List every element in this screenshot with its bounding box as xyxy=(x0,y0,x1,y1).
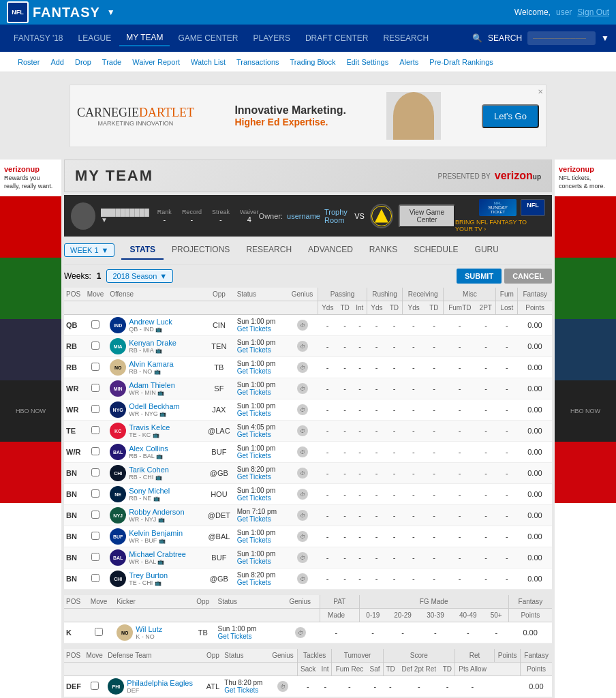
genius-icon[interactable]: ⏱ xyxy=(297,573,308,584)
def-genius[interactable]: ⏱ xyxy=(268,676,297,697)
def-tickets[interactable]: Get Tickets xyxy=(224,686,266,694)
title-dropdown-icon[interactable]: ▼ xyxy=(107,7,115,17)
player-checkbox[interactable] xyxy=(91,384,99,392)
status-tickets[interactable]: Get Tickets xyxy=(237,579,285,586)
subnav-drop[interactable]: Drop xyxy=(71,55,95,69)
player-checkbox[interactable] xyxy=(91,320,99,329)
player-checkbox[interactable] xyxy=(91,511,99,519)
genius-icon[interactable]: ⏱ xyxy=(297,320,308,331)
right-ad-img4[interactable]: HBO NOW xyxy=(555,380,616,442)
right-ad-img3[interactable] xyxy=(555,319,616,380)
season-selector[interactable]: 2018 Season ▼ xyxy=(106,269,173,283)
subnav-add[interactable]: Add xyxy=(46,55,68,69)
tab-schedule[interactable]: SCHEDULE xyxy=(405,241,466,260)
subnav-trading-block[interactable]: Trading Block xyxy=(286,55,340,69)
player-name[interactable]: Kelvin Benjamin xyxy=(129,529,183,537)
player-genius[interactable]: ⏱ xyxy=(287,315,318,336)
kicker-genius[interactable]: ⏱ xyxy=(281,622,320,643)
player-checkbox[interactable] xyxy=(91,468,99,476)
player-checkbox[interactable] xyxy=(91,342,99,350)
player-checkbox[interactable] xyxy=(91,363,99,371)
player-name[interactable]: Alvin Kamara xyxy=(129,360,173,368)
subnav-waiver[interactable]: Waiver Report xyxy=(128,55,184,69)
sign-out-link[interactable]: Sign Out xyxy=(577,7,609,17)
genius-icon[interactable]: ⏱ xyxy=(297,531,308,542)
player-name[interactable]: Tarik Cohen xyxy=(129,466,169,474)
subnav-predraft[interactable]: Pre-Draft Rankings xyxy=(425,55,497,69)
player-name[interactable]: Robby Anderson xyxy=(129,508,184,516)
player-name[interactable]: Travis Kelce xyxy=(129,423,170,431)
player-genius[interactable]: ⏱ xyxy=(287,421,318,442)
left-ad-img1[interactable] xyxy=(0,196,61,258)
player-genius[interactable]: ⏱ xyxy=(287,336,318,357)
status-tickets[interactable]: Get Tickets xyxy=(237,367,285,375)
genius-icon[interactable]: ⏱ xyxy=(297,489,308,500)
player-checkbox[interactable] xyxy=(91,532,99,540)
player-genius[interactable]: ⏱ xyxy=(287,463,318,484)
status-tickets[interactable]: Get Tickets xyxy=(237,473,285,481)
week-selector[interactable]: WEEK 1 ▼ xyxy=(64,243,114,257)
left-ad-img5[interactable] xyxy=(0,442,61,503)
player-name[interactable]: Sony Michel xyxy=(129,487,170,495)
player-checkbox[interactable] xyxy=(91,447,99,455)
status-tickets[interactable]: Get Tickets xyxy=(237,410,285,417)
left-ad-img4[interactable]: HBO NOW xyxy=(0,380,61,442)
player-name[interactable]: Kenyan Drake xyxy=(129,339,176,347)
subnav-trade[interactable]: Trade xyxy=(98,55,125,69)
tab-ranks[interactable]: RANKS xyxy=(361,241,405,260)
status-tickets[interactable]: Get Tickets xyxy=(237,325,285,333)
kicker-checkbox[interactable] xyxy=(95,628,103,636)
top-cancel-button[interactable]: CANCEL xyxy=(504,269,552,284)
right-ad-img2[interactable] xyxy=(555,258,616,319)
genius-icon[interactable]: ⏱ xyxy=(297,341,308,352)
tab-research[interactable]: RESEARCH xyxy=(238,241,300,260)
player-genius[interactable]: ⏱ xyxy=(287,526,318,547)
player-genius[interactable]: ⏱ xyxy=(287,357,318,378)
nav-draftcenter[interactable]: DRAFT CENTER xyxy=(298,31,375,46)
subnav-alerts[interactable]: Alerts xyxy=(395,55,422,69)
search-label[interactable]: SEARCH xyxy=(488,33,522,43)
nav-research[interactable]: RESEARCH xyxy=(376,31,435,46)
genius-icon[interactable]: ⏱ xyxy=(297,468,308,479)
player-checkbox[interactable] xyxy=(91,426,99,434)
tab-stats[interactable]: STATS xyxy=(121,241,164,260)
status-tickets[interactable]: Get Tickets xyxy=(237,494,285,502)
player-name[interactable]: Adam Thielen xyxy=(129,381,175,389)
player-genius[interactable]: ⏱ xyxy=(287,484,318,505)
view-game-button[interactable]: View Game Center xyxy=(399,204,455,228)
top-submit-button[interactable]: SUBMIT xyxy=(457,269,502,284)
search-input[interactable] xyxy=(527,31,596,45)
genius-icon[interactable]: ⏱ xyxy=(297,510,308,521)
player-genius[interactable]: ⏱ xyxy=(287,547,318,568)
status-tickets[interactable]: Get Tickets xyxy=(237,515,285,523)
subnav-edit-settings[interactable]: Edit Settings xyxy=(342,55,392,69)
status-tickets[interactable]: Get Tickets xyxy=(237,536,285,544)
status-tickets[interactable]: Get Tickets xyxy=(237,346,285,354)
player-genius[interactable]: ⏱ xyxy=(287,399,318,421)
right-ad-img1[interactable] xyxy=(555,196,616,258)
right-ad-img5[interactable] xyxy=(555,442,616,503)
genius-icon[interactable]: ⏱ xyxy=(297,383,308,394)
tab-advanced[interactable]: ADVANCED xyxy=(300,241,361,260)
genius-icon[interactable]: ⏱ xyxy=(297,362,308,373)
player-name[interactable]: Trey Burton xyxy=(129,571,168,579)
player-genius[interactable]: ⏱ xyxy=(287,442,318,463)
nav-myteam[interactable]: MY TEAM xyxy=(119,30,170,46)
player-checkbox[interactable] xyxy=(91,553,99,561)
ad-close-icon[interactable]: ✕ xyxy=(538,88,543,95)
ad-cta-button[interactable]: Let's Go xyxy=(482,104,539,128)
trophy-room-link[interactable]: Trophy Room xyxy=(324,208,354,224)
kicker-genius-icon[interactable]: ⏱ xyxy=(295,627,306,638)
nav-league[interactable]: LEAGUE xyxy=(72,31,119,46)
genius-icon[interactable]: ⏱ xyxy=(297,446,308,457)
player-checkbox[interactable] xyxy=(91,405,99,413)
player-name[interactable]: Alex Collins xyxy=(129,444,168,453)
player-name[interactable]: Odell Beckham xyxy=(129,402,180,410)
def-checkbox[interactable] xyxy=(91,682,99,690)
genius-icon[interactable]: ⏱ xyxy=(297,425,308,436)
kicker-name[interactable]: Wil Lutz xyxy=(136,625,162,633)
subnav-roster[interactable]: Roster xyxy=(14,55,44,69)
bring-nfl-text[interactable]: BRING NFL FANTASY TO YOUR TV › xyxy=(455,219,545,232)
status-tickets[interactable]: Get Tickets xyxy=(237,452,285,459)
status-tickets[interactable]: Get Tickets xyxy=(237,558,285,565)
